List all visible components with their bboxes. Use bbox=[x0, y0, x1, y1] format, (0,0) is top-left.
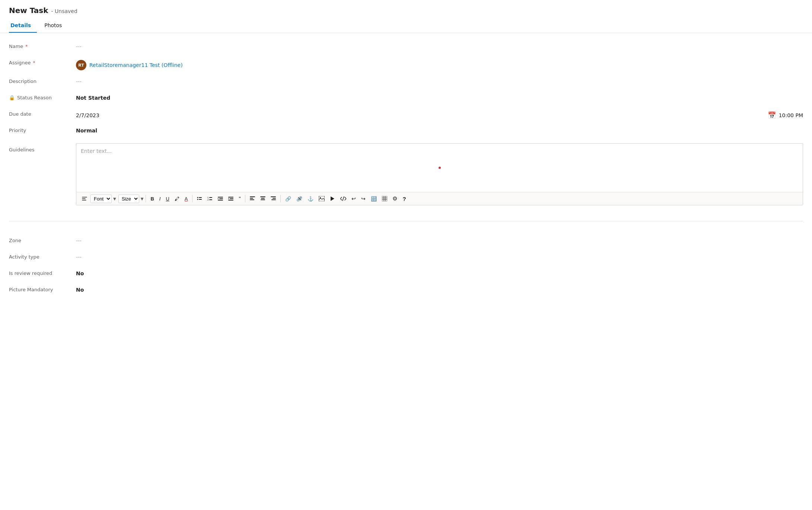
toolbar-link-btn[interactable]: 🔗 bbox=[283, 195, 293, 203]
svg-point-2 bbox=[197, 199, 198, 200]
image-icon bbox=[319, 196, 325, 201]
svg-rect-18 bbox=[261, 198, 265, 199]
toolbar-divider-2 bbox=[192, 195, 192, 202]
toolbar-media-btn[interactable] bbox=[328, 195, 337, 203]
toolbar-divider-3 bbox=[245, 195, 245, 202]
assignee-field-row: Assignee * RT RetailStoremanager11 Test … bbox=[9, 55, 803, 74]
highlight-icon: 🖍 bbox=[175, 196, 179, 202]
settings-icon: ⚙ bbox=[392, 195, 397, 202]
svg-rect-3 bbox=[199, 199, 202, 200]
section-gap bbox=[9, 209, 803, 218]
svg-line-26 bbox=[343, 196, 344, 201]
toolbar-align-center-btn[interactable] bbox=[258, 195, 268, 202]
priority-label: Priority bbox=[9, 127, 76, 133]
svg-marker-25 bbox=[331, 196, 334, 201]
ol-icon: 1. 2. bbox=[207, 196, 213, 201]
description-value[interactable]: --- bbox=[76, 78, 803, 84]
status-reason-field-row: 🔒 Status Reason Not Started bbox=[9, 90, 803, 107]
name-label: Name * bbox=[9, 43, 76, 49]
assignee-name[interactable]: RetailStoremanager11 Test (Offline) bbox=[89, 62, 183, 68]
size-dropdown-arrow: ▼ bbox=[141, 197, 144, 201]
page-header: New Task - Unsaved Details Photos bbox=[0, 0, 812, 33]
table-icon bbox=[382, 196, 387, 201]
toolbar-increase-indent-btn[interactable] bbox=[226, 195, 236, 203]
help-icon: ? bbox=[402, 196, 406, 202]
section-gap-2 bbox=[9, 224, 803, 233]
svg-rect-21 bbox=[273, 198, 276, 199]
size-select[interactable]: Size bbox=[118, 195, 139, 203]
toolbar-ol-btn[interactable]: 1. 2. bbox=[205, 195, 215, 203]
toolbar-redo-btn[interactable]: ↪ bbox=[359, 194, 368, 203]
anchor-icon: ⚓ bbox=[308, 196, 313, 202]
assignee-row: RT RetailStoremanager11 Test (Offline) bbox=[76, 60, 803, 70]
align-left-icon bbox=[250, 196, 255, 201]
toolbar-underline-btn[interactable]: U bbox=[163, 195, 171, 203]
picture-mandatory-value[interactable]: No bbox=[76, 286, 803, 293]
zone-field-row: Zone --- bbox=[9, 233, 803, 250]
toolbar-table-btn[interactable] bbox=[380, 195, 389, 203]
toolbar-bold-btn[interactable]: B bbox=[148, 195, 156, 203]
picture-mandatory-label: Picture Mandatory bbox=[9, 286, 76, 292]
svg-rect-10 bbox=[218, 200, 223, 201]
toolbar-spell-btn[interactable]: 🔡 bbox=[369, 195, 379, 203]
editor-toolbar: Font ▼ Size ▼ B I U 🖍 bbox=[76, 192, 803, 205]
toolbar-align-left-btn[interactable] bbox=[248, 195, 257, 202]
priority-value[interactable]: Normal bbox=[76, 127, 803, 134]
toolbar-blockquote-btn[interactable]: " bbox=[236, 194, 243, 203]
toolbar-ul-btn[interactable] bbox=[195, 195, 204, 203]
priority-field-row: Priority Normal bbox=[9, 123, 803, 139]
toolbar-divider-1 bbox=[146, 195, 146, 202]
zone-value[interactable]: --- bbox=[76, 237, 803, 244]
due-time-value[interactable]: 10:00 PM bbox=[779, 112, 803, 118]
svg-rect-15 bbox=[250, 198, 253, 199]
ul-icon bbox=[197, 196, 202, 201]
activity-type-value[interactable]: --- bbox=[76, 253, 803, 260]
review-required-field-row: Is review required No bbox=[9, 266, 803, 282]
review-required-label: Is review required bbox=[9, 270, 76, 276]
toolbar-anchor-btn[interactable]: ⚓ bbox=[305, 195, 316, 203]
increase-indent-icon bbox=[228, 196, 233, 201]
guidelines-field-row: Guidelines Enter text... F bbox=[9, 139, 803, 209]
status-reason-label: 🔒 Status Reason bbox=[9, 94, 76, 100]
toolbar-unlink-btn[interactable]: 🔗 ✕ bbox=[294, 195, 305, 203]
tab-details[interactable]: Details bbox=[9, 19, 37, 33]
svg-rect-7 bbox=[209, 199, 212, 200]
undo-icon: ↩ bbox=[351, 196, 356, 202]
activity-type-field-row: Activity type --- bbox=[9, 250, 803, 266]
lock-icon: 🔒 bbox=[9, 95, 15, 100]
guidelines-editor-wrap: Enter text... Font ▼ bbox=[76, 143, 803, 205]
editor-content-area[interactable]: Enter text... bbox=[76, 144, 803, 192]
description-label: Description bbox=[9, 78, 76, 84]
status-reason-value[interactable]: Not Started bbox=[76, 94, 803, 101]
toolbar-image-btn[interactable] bbox=[316, 195, 327, 203]
toolbar-align-right-btn[interactable] bbox=[268, 195, 278, 202]
svg-rect-9 bbox=[219, 198, 223, 199]
toolbar-format-source-btn[interactable] bbox=[79, 194, 90, 203]
format-source-icon bbox=[82, 196, 87, 202]
toolbar-decrease-indent-btn[interactable] bbox=[216, 195, 225, 203]
svg-rect-1 bbox=[199, 197, 202, 198]
toolbar-help-btn[interactable]: ? bbox=[400, 194, 408, 203]
assignee-required: * bbox=[33, 60, 35, 65]
name-value[interactable]: --- bbox=[76, 43, 803, 49]
calendar-icon: 📅 bbox=[768, 111, 776, 119]
toolbar-settings-btn[interactable]: ⚙ bbox=[390, 194, 399, 203]
tab-photos[interactable]: Photos bbox=[43, 19, 68, 33]
toolbar-highlight-btn[interactable]: 🖍 bbox=[172, 195, 182, 203]
svg-point-24 bbox=[320, 197, 321, 198]
svg-text:2.: 2. bbox=[207, 199, 209, 201]
font-select[interactable]: Font bbox=[90, 195, 112, 203]
spell-icon: 🔡 bbox=[371, 196, 377, 202]
svg-rect-5 bbox=[209, 197, 212, 198]
toolbar-undo-btn[interactable]: ↩ bbox=[349, 194, 358, 203]
review-required-value[interactable]: No bbox=[76, 270, 803, 276]
font-color-icon: A bbox=[185, 196, 188, 202]
due-date-value[interactable]: 2/7/2023 bbox=[76, 112, 768, 118]
toolbar-font-color-btn[interactable]: A bbox=[182, 195, 190, 203]
link-icon: 🔗 bbox=[285, 196, 291, 202]
svg-rect-20 bbox=[271, 196, 276, 197]
guidelines-editor: Enter text... Font ▼ bbox=[76, 143, 803, 205]
section-divider bbox=[9, 221, 803, 221]
toolbar-source-btn[interactable] bbox=[338, 195, 348, 202]
toolbar-italic-btn[interactable]: I bbox=[157, 195, 163, 203]
